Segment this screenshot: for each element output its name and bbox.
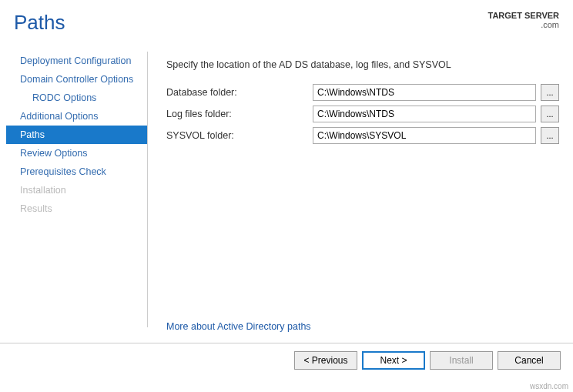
sidebar-item-results: Results xyxy=(6,199,148,218)
log-files-folder-input[interactable] xyxy=(313,106,536,122)
sysvol-folder-browse-button[interactable]: ... xyxy=(541,127,559,144)
watermark: wsxdn.com xyxy=(530,382,568,390)
sidebar-item-prerequisites-check[interactable]: Prerequisites Check xyxy=(6,162,148,181)
target-server-label: TARGET SERVER xyxy=(488,11,560,20)
more-about-link[interactable]: More about Active Directory paths xyxy=(166,321,311,332)
database-folder-input[interactable] xyxy=(313,84,536,101)
target-server-name: .com xyxy=(488,20,560,29)
sidebar-item-deployment-configuration[interactable]: Deployment Configuration xyxy=(6,52,148,70)
database-folder-label: Database folder: xyxy=(166,87,313,98)
sidebar-item-paths[interactable]: Paths xyxy=(6,126,148,144)
sysvol-folder-label: SYSVOL folder: xyxy=(166,130,313,141)
sidebar: Deployment Configuration Domain Controll… xyxy=(0,42,148,343)
page-title: Paths xyxy=(14,11,65,35)
description-text: Specify the location of the AD DS databa… xyxy=(166,59,559,70)
sidebar-item-rodc-options[interactable]: RODC Options xyxy=(6,89,148,107)
log-files-folder-browse-button[interactable]: ... xyxy=(541,106,559,122)
target-server-block: TARGET SERVER .com xyxy=(488,11,560,29)
database-folder-browse-button[interactable]: ... xyxy=(541,84,559,101)
install-button: Install xyxy=(430,351,493,370)
footer: < Previous Next > Install Cancel xyxy=(0,343,573,377)
main-panel: Specify the location of the AD DS databa… xyxy=(148,42,573,343)
sidebar-item-domain-controller-options[interactable]: Domain Controller Options xyxy=(6,70,148,89)
previous-button[interactable]: < Previous xyxy=(294,351,357,370)
sidebar-item-review-options[interactable]: Review Options xyxy=(6,144,148,162)
sidebar-item-installation: Installation xyxy=(6,181,148,199)
sysvol-folder-input[interactable] xyxy=(313,127,536,144)
log-files-folder-label: Log files folder: xyxy=(166,109,313,119)
sidebar-item-additional-options[interactable]: Additional Options xyxy=(6,107,148,126)
cancel-button[interactable]: Cancel xyxy=(498,351,561,370)
next-button[interactable]: Next > xyxy=(362,351,425,370)
